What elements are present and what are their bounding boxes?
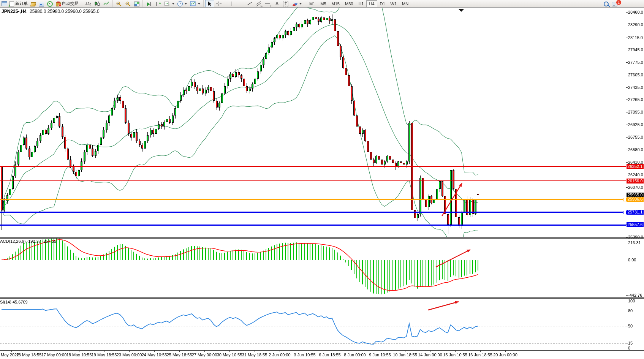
price-axis-label: 27605.0: [628, 73, 643, 77]
timeframe-m30[interactable]: M30: [342, 0, 356, 7]
market-depth-icon: [30, 2, 36, 6]
price-axis-label: 28115.0: [628, 35, 643, 40]
zoom-out-icon: [125, 1, 131, 6]
fibonacci-icon: F: [265, 1, 271, 6]
new-chart-button[interactable]: +: [163, 0, 176, 7]
price-axis-label: 26755.0: [628, 135, 643, 139]
price-axis-label: 26580.0: [628, 147, 643, 152]
line-handle[interactable]: [623, 211, 627, 214]
fibonacci-button[interactable]: F: [263, 0, 272, 7]
auto-scroll-button[interactable]: [144, 0, 153, 7]
notification-badge: 1: [616, 0, 622, 5]
timeframe-h4[interactable]: H4: [366, 0, 377, 7]
zoom-in-button[interactable]: [114, 0, 123, 7]
cursor-icon: [207, 1, 213, 6]
price-axis-label: 27265.0: [628, 97, 643, 102]
time-axis-label: 6 Jun 18:55: [319, 353, 341, 357]
macd-axis-label: 0.00: [628, 258, 636, 262]
price-axis-label: 27775.0: [628, 60, 643, 65]
zoom-out-button[interactable]: [123, 0, 133, 7]
rsi-axis-label: 15: [628, 341, 633, 345]
candle-chart-button[interactable]: [93, 0, 102, 7]
line-handle[interactable]: [623, 198, 627, 201]
template-caret: [198, 3, 200, 5]
arrows-button[interactable]: [290, 0, 303, 7]
time-axis-label: 3 Jun 10:55: [294, 353, 316, 357]
template-button[interactable]: [188, 0, 202, 7]
timeframe-h1[interactable]: H1: [356, 0, 366, 7]
chart-canvas[interactable]: [0, 0, 644, 359]
arrows-caret: [299, 3, 302, 5]
arrows-icon: [291, 1, 297, 6]
time-axis-label: 15 Jun 10:55: [443, 353, 467, 357]
timeframe-m5[interactable]: M5: [318, 0, 329, 7]
terminal-button[interactable]: [37, 0, 46, 7]
market-depth-button[interactable]: [29, 0, 37, 7]
chat-button[interactable]: 1: [610, 0, 619, 7]
search-icon: [604, 2, 609, 6]
rsi-label: RSI(14) 45.6709: [0, 300, 28, 304]
new-chart-caret: [172, 3, 174, 5]
crosshair-button[interactable]: [214, 0, 223, 7]
trendline-button[interactable]: [245, 0, 254, 7]
timeframe-m1[interactable]: M1: [307, 0, 318, 7]
tile-windows-icon: [134, 2, 139, 6]
auto-trading-label: 自动交易: [62, 1, 79, 6]
toolbar: 新订单 自动交易 +: [0, 0, 644, 8]
text-label-button[interactable]: T: [282, 0, 290, 7]
chart-title: JPN225-,H425980.0 25980.0 25960.0 25965.…: [2, 9, 100, 14]
price-axis-label: 26925.0: [628, 122, 643, 127]
signals-button[interactable]: [46, 0, 54, 7]
timeframe-mn[interactable]: MN: [399, 0, 411, 7]
timeframe-w1[interactable]: W1: [388, 0, 400, 7]
price-line-label: 26352.1: [627, 164, 644, 169]
rsi-axis-label: 100: [628, 299, 635, 303]
auto-trading-button[interactable]: 自动交易: [54, 0, 80, 7]
toolbar-group-right: 1: [601, 0, 620, 7]
line-chart-icon: [103, 1, 109, 6]
vertical-line-button[interactable]: [227, 0, 236, 7]
time-axis-label: 14 Jun 00:00: [418, 353, 442, 357]
bar-chart-button[interactable]: [84, 0, 93, 7]
macd-axis-label: -442.76: [628, 293, 642, 297]
price-line-label: 25906.6: [627, 197, 644, 202]
rsi-axis-label: 50: [628, 324, 633, 328]
tile-windows-button[interactable]: [133, 0, 141, 7]
rsi-axis-label: 80: [628, 308, 633, 313]
price-line-label: 26156.0: [627, 179, 644, 183]
timeframe-m15[interactable]: M15: [329, 0, 342, 7]
terminal-icon: [39, 2, 44, 6]
svg-text:+: +: [168, 3, 170, 6]
period-button[interactable]: [176, 0, 188, 7]
timeframe-d1[interactable]: D1: [377, 0, 388, 7]
new-order-icon: [9, 1, 14, 6]
time-axis-label: 2 Jun 00:00: [269, 353, 291, 357]
time-axis-label: 30 May 10:55: [217, 353, 242, 357]
time-axis-label: 17 May 00:00: [41, 353, 67, 357]
bar-chart-icon: [85, 1, 91, 6]
macd-axis-label: 216.31: [628, 240, 641, 245]
horizontal-line-button[interactable]: [236, 0, 245, 7]
line-chart-button[interactable]: [102, 0, 111, 7]
time-axis-label: 31 May 18:55: [242, 353, 267, 357]
clock-icon: [177, 1, 183, 6]
toolbar-group-objects: E F A T: [225, 0, 305, 7]
time-axis-label: 9 Jun 10:55: [369, 353, 391, 357]
time-axis-label: 16 Jun 18:55: [468, 353, 492, 357]
vertical-line-icon: [228, 1, 234, 6]
auto-trading-icon: [56, 2, 61, 6]
time-axis-label: 20 Jun 00:00: [493, 353, 517, 357]
text-icon: A: [274, 1, 280, 6]
template-icon: [190, 1, 196, 6]
mt4-window: 新订单 自动交易 +: [0, 0, 644, 359]
toolbar-group-scroll: +: [143, 0, 204, 7]
toolbar-group-timeframes: M1M5M15M30H1H4D1W1MN: [305, 0, 413, 7]
equidistant-channel-button[interactable]: E: [254, 0, 263, 7]
search-button[interactable]: [602, 0, 610, 7]
price-line-label: 25731.1: [627, 210, 644, 215]
cursor-button[interactable]: [205, 0, 214, 7]
time-axis-label: 13 May 18:55: [16, 353, 42, 357]
chart-shift-button[interactable]: [153, 0, 163, 7]
new-order-button[interactable]: 新订单: [7, 0, 29, 7]
text-button[interactable]: A: [272, 0, 282, 7]
